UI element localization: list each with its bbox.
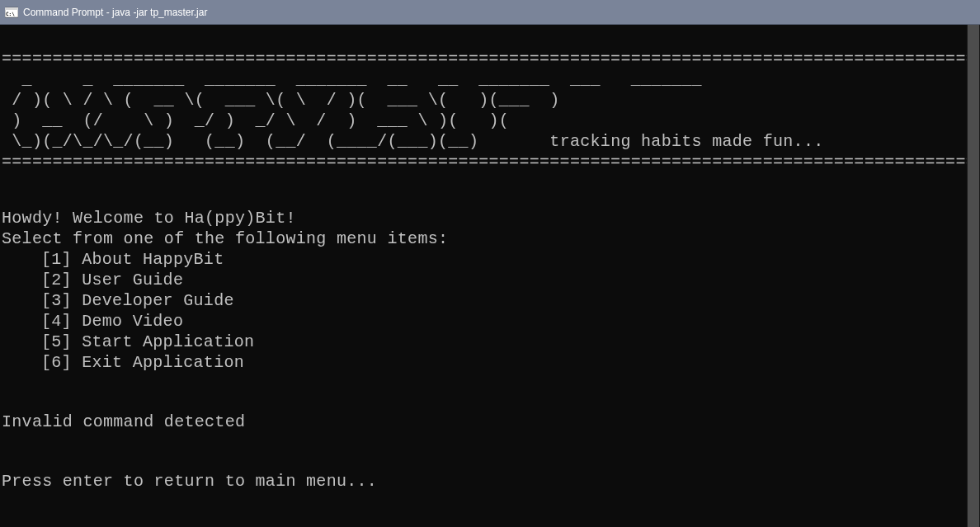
tagline: tracking habits made fun... (549, 132, 823, 151)
menu-item-5: [5] Start Application (41, 332, 254, 351)
ascii-line-1: _ _ _______ _______ _______ __ __ ______… (2, 70, 712, 89)
greeting: Howdy! Welcome to Ha(ppy)Bit! (2, 209, 296, 228)
instruction: Select from one of the following menu it… (2, 229, 448, 248)
ascii-line-3: ) __ (/ \ ) _/ ) _/ \ / ) ___ \ )( )( (2, 111, 509, 130)
menu-item-2: [2] User Guide (41, 271, 183, 289)
vertical-scrollbar[interactable] (967, 25, 980, 527)
ascii-banner: ========================================… (2, 49, 978, 172)
error-message: Invalid command detected (2, 412, 978, 432)
window-titlebar[interactable]: C:\ Command Prompt - java -jar tp_master… (0, 0, 980, 25)
prompt-message: Press enter to return to main menu... (2, 471, 978, 492)
ascii-line-4: \_)(_/\_/\_/(__) (__) (__/ (____/(___)(_… (2, 132, 478, 151)
menu-item-6: [6] Exit Application (41, 353, 244, 372)
ascii-line-2: / )( \ / \ ( __ \( ___ \( \ / )( ___ \( … (2, 91, 560, 110)
scrollbar-thumb[interactable] (968, 25, 979, 527)
cmd-icon: C:\ (5, 6, 18, 19)
welcome-block: Howdy! Welcome to Ha(ppy)Bit! Select fro… (2, 208, 978, 373)
menu-item-1: [1] About HappyBit (41, 250, 224, 269)
menu-item-3: [3] Developer Guide (41, 291, 234, 310)
divider-bottom: ========================================… (2, 153, 976, 172)
svg-rect-1 (5, 7, 18, 10)
divider-top: ========================================… (2, 49, 976, 68)
window-title: Command Prompt - java -jar tp_master.jar (23, 7, 207, 18)
svg-text:C:\: C:\ (6, 11, 15, 16)
menu-list: [1] About HappyBit [2] User Guide [3] De… (2, 249, 978, 373)
terminal-output: ========================================… (0, 25, 980, 515)
menu-item-4: [4] Demo Video (41, 312, 183, 331)
